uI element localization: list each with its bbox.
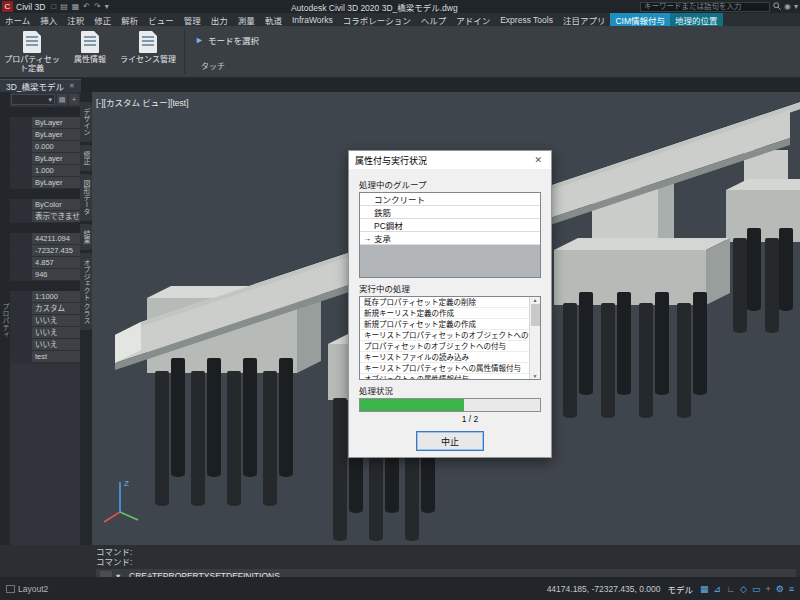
group-row: コンクリート <box>360 193 540 206</box>
civil3d-logo-icon[interactable]: C <box>2 1 13 12</box>
group-list-label: 処理中のグループ <box>359 178 541 190</box>
add-selection-icon[interactable]: + <box>69 94 79 105</box>
palette-tab[interactable]: オブジェクト クラス <box>80 253 92 330</box>
command-window[interactable]: コマンド: コマンド: ▾ _CREATEPROPERTYSETDEFINITI… <box>0 545 800 577</box>
palette-tab[interactable]: デザイン <box>80 102 92 142</box>
ribbon-tab-home[interactable]: ホーム <box>0 13 35 26</box>
ribbon-tab-addins[interactable]: アドイン <box>451 13 495 26</box>
save-file-icon[interactable]: ▦ <box>72 2 80 11</box>
property-value[interactable]: 4.857 <box>32 257 80 268</box>
scroll-down-icon[interactable]: ▼ <box>533 373 538 379</box>
snap-icon[interactable]: ⊿ <box>714 584 722 594</box>
model-space-button[interactable]: モデル <box>668 583 694 595</box>
ribbon-tab-view[interactable]: ビュー <box>143 13 179 26</box>
ribbon-tab-analyze[interactable]: 解析 <box>116 13 143 26</box>
property-value[interactable]: いいえ <box>32 315 80 326</box>
workspace-icon[interactable]: ⚙ <box>776 584 784 594</box>
property-value[interactable]: 1:1000 <box>32 291 80 302</box>
redo-icon[interactable]: ↷ <box>94 2 101 11</box>
property-row: 44211.094 <box>10 233 80 245</box>
property-value[interactable]: カスタム <box>32 303 80 314</box>
search-icon[interactable] <box>773 2 781 12</box>
property-value[interactable]: いいえ <box>32 327 80 338</box>
dialog-titlebar[interactable]: 属性付与実行状況 ✕ <box>349 151 551 169</box>
property-value[interactable]: ByColor <box>32 199 80 210</box>
property-value[interactable]: 表示できません <box>32 211 80 222</box>
property-value[interactable]: 946 <box>32 269 80 280</box>
ribbon-tab-modify[interactable]: 修正 <box>89 13 116 26</box>
layout-tab[interactable]: Layout2 <box>6 584 48 594</box>
open-file-icon[interactable]: ▤ <box>60 2 68 11</box>
progress-counter: 1 / 2 <box>399 414 541 424</box>
progress-label: 処理状況 <box>359 384 541 396</box>
ribbon-tab-collaborate[interactable]: コラボレーション <box>338 13 416 26</box>
apps-menu-icon[interactable]: ▾ <box>794 2 798 11</box>
process-row: オブジェクトへの属性情報付与 <box>360 374 540 380</box>
ribbon-tab-express-tools[interactable]: Express Tools <box>495 13 558 26</box>
attribute-info-button[interactable]: 属性情報 <box>62 29 118 64</box>
dialog-close-icon[interactable]: ✕ <box>531 155 545 165</box>
ribbon-tab-cim-info[interactable]: CIM情報付与 <box>610 13 670 26</box>
property-value[interactable]: ByLayer <box>32 177 80 188</box>
property-row: 表示できません <box>10 211 80 223</box>
status-right-cluster: 44174.185, -72327.435, 0.000 モデル ▦ ⊿ ∟ ◇… <box>547 583 794 595</box>
palette-tab[interactable]: 図形データ <box>80 174 92 221</box>
quick-select-icon[interactable]: ▤ <box>57 94 67 105</box>
ortho-icon[interactable]: ∟ <box>726 584 735 594</box>
property-row: カスタム <box>10 303 80 315</box>
property-value[interactable]: 1.000 <box>32 165 80 176</box>
ucs-z-label: Z <box>124 479 129 488</box>
ribbon-tab-featured-apps[interactable]: 注目アプリ <box>558 13 611 26</box>
palette-title-vertical[interactable]: プロパティ <box>0 92 10 545</box>
command-history-line: コマンド: <box>96 557 800 567</box>
ribbon-tab-output[interactable]: 出力 <box>206 13 233 26</box>
property-row: 4.857 <box>10 257 80 269</box>
property-value[interactable]: test <box>32 351 80 362</box>
new-file-icon[interactable]: □ <box>51 2 56 11</box>
palette-tab[interactable]: 修正 <box>80 145 92 171</box>
close-tab-icon[interactable]: ✕ <box>69 82 75 90</box>
property-value[interactable]: 44211.094 <box>32 233 80 244</box>
property-value[interactable]: -72327.435 <box>32 245 80 256</box>
tracking-icon[interactable]: + <box>765 584 770 594</box>
group-row: 鉄筋 <box>360 206 540 219</box>
ribbon-tab-insert[interactable]: 挿入 <box>35 13 62 26</box>
palette-body: ▾ ▤ + ByLayer ByLayer 0.000 ByLayer 1.00… <box>10 92 80 545</box>
ribbon-tab-rail[interactable]: 軌道 <box>260 13 287 26</box>
help-search-input[interactable] <box>640 2 770 12</box>
license-manage-button[interactable]: ライセンス管理 <box>120 29 176 64</box>
property-value[interactable]: いいえ <box>32 339 80 350</box>
ribbon-tab-help[interactable]: ヘルプ <box>416 13 452 26</box>
signin-icon[interactable]: ◉ <box>784 2 791 11</box>
polar-icon[interactable]: ◇ <box>740 584 747 594</box>
file-tab-active[interactable]: 3D_橋梁モデル ✕ <box>0 79 81 92</box>
property-value[interactable]: ByLayer <box>32 153 80 164</box>
undo-icon[interactable]: ↶ <box>83 2 90 11</box>
grid-icon[interactable]: ▦ <box>700 584 709 594</box>
property-row: -72327.435 <box>10 245 80 257</box>
palette-tab[interactable]: 結果 <box>80 224 92 250</box>
group-list-empty-area <box>360 245 540 277</box>
property-value[interactable]: ByLayer <box>32 129 80 140</box>
property-value[interactable]: ByLayer <box>32 117 80 128</box>
process-row: キーリストプロパティセットのオブジェクトへの付与 <box>360 330 540 341</box>
ribbon-tab-geolocation[interactable]: 地理的位置 <box>670 13 723 26</box>
ribbon-tab-manage[interactable]: 管理 <box>179 13 206 26</box>
customize-icon[interactable]: ≡ <box>789 584 794 594</box>
process-row: プロパティセットのオブジェクトへの付与 <box>360 341 540 352</box>
select-mode-button[interactable]: ► モードを選択 <box>191 32 263 48</box>
group-list: コンクリート 鉄筋 PC鋼材 →支承 <box>359 192 541 278</box>
property-set-definition-button[interactable]: プロパティセット定義 <box>4 29 60 73</box>
ribbon-tab-infraworks[interactable]: InfraWorks <box>287 13 338 26</box>
cancel-button[interactable]: 中止 <box>416 431 484 451</box>
property-value[interactable]: 0.000 <box>32 141 80 152</box>
viewport-controls-label[interactable]: [-][カスタム ビュー][test] <box>96 96 189 108</box>
app-menu-button[interactable]: Civil 3D <box>16 2 45 12</box>
scroll-up-icon[interactable]: ▲ <box>533 297 538 303</box>
osnap-icon[interactable]: ▭ <box>752 584 761 594</box>
scrollbar-thumb[interactable] <box>531 304 540 326</box>
ribbon-tab-survey[interactable]: 測量 <box>233 13 260 26</box>
ribbon-tab-annotate[interactable]: 注釈 <box>62 13 89 26</box>
process-list-scrollbar[interactable]: ▲ ▼ <box>529 297 540 379</box>
selection-dropdown[interactable]: ▾ <box>11 94 55 105</box>
